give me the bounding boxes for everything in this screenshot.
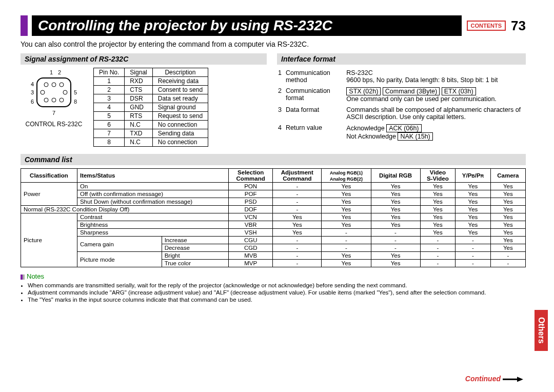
intro-text: You can also control the projector by en…	[21, 40, 526, 48]
svg-text:3: 3	[31, 89, 34, 95]
side-tab-others[interactable]: Others	[535, 310, 548, 351]
note-item: Adjustment commands include "ARG" (incre…	[28, 289, 526, 296]
continued-label: Continued	[465, 375, 523, 383]
arrow-icon	[503, 377, 523, 382]
note-item: When commands are transmitted serially, …	[28, 282, 526, 288]
svg-rect-0	[37, 78, 71, 107]
svg-text:1: 1	[50, 69, 53, 75]
notes-heading: Notes	[21, 272, 526, 280]
svg-point-1	[44, 83, 48, 87]
notes-list: When commands are transmitted serially, …	[21, 282, 526, 303]
svg-text:2: 2	[58, 69, 61, 75]
svg-text:6: 6	[31, 99, 34, 105]
page-title: Controlling the projector by using RS-23…	[32, 15, 462, 36]
section-signal-heading: Signal assignment of RS-232C	[21, 53, 267, 65]
section-interface-heading: Interface format	[277, 53, 526, 65]
svg-point-3	[60, 83, 64, 87]
note-item: The "Yes" marks in the input source colu…	[28, 297, 526, 303]
svg-text:7: 7	[52, 110, 55, 116]
svg-point-6	[44, 98, 48, 102]
contents-button[interactable]: CONTENTS	[467, 21, 506, 31]
pin-table: Pin No.SignalDescription 1RXDReceiving d…	[93, 68, 208, 147]
interface-table: 1 Communication method RS-232C9600 bps, …	[277, 68, 526, 144]
svg-point-5	[63, 90, 67, 94]
svg-text:8: 8	[74, 99, 77, 105]
svg-text:5: 5	[74, 89, 77, 95]
svg-point-7	[52, 98, 56, 102]
svg-text:4: 4	[31, 81, 34, 87]
svg-point-8	[60, 98, 64, 102]
command-table: Classification Items/Status SelectionCom…	[21, 168, 526, 267]
section-command-heading: Command list	[21, 154, 526, 165]
connector-diagram: 12 436 58 7 CONTROL RS-232C	[21, 68, 87, 128]
connector-label: CONTROL RS-232C	[21, 121, 87, 128]
svg-point-4	[41, 90, 45, 94]
page-number: 73	[511, 18, 526, 34]
accent-bar	[21, 15, 28, 36]
svg-point-2	[52, 83, 56, 87]
